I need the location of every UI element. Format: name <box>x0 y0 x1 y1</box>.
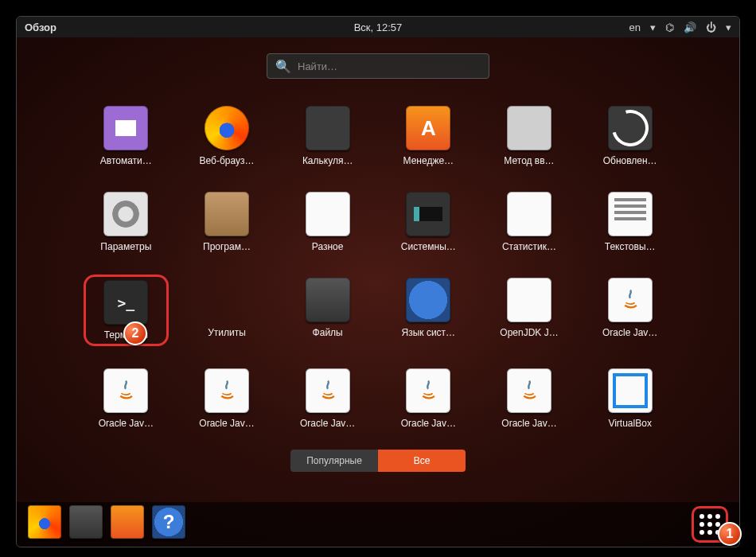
app-text-editor-icon <box>608 192 653 236</box>
app-text-editor[interactable]: Текстовы… <box>587 189 672 255</box>
system-tray[interactable]: en ▾ ⌬ 🔊 ⏻ ▾ <box>629 21 731 33</box>
power-icon[interactable]: ⏻ <box>706 21 716 33</box>
folder-misc-icon <box>306 192 350 236</box>
app-oracle-java-5-icon <box>406 368 450 413</box>
app-settings[interactable]: Параметры <box>84 189 169 255</box>
tab-all[interactable]: Все <box>378 450 466 472</box>
app-stats-icon <box>507 192 551 236</box>
dock-firefox[interactable] <box>28 505 61 539</box>
keyboard-layout-indicator[interactable]: en <box>629 21 641 33</box>
activities-button[interactable]: Обзор <box>25 21 57 33</box>
app-label: Oracle Jav… <box>199 418 254 429</box>
search-icon: 🔍 <box>275 59 291 74</box>
app-label: Файлы <box>313 327 343 338</box>
app-oracle-java-2-icon <box>103 368 148 413</box>
app-files-icon <box>306 278 350 322</box>
app-openjdk-icon <box>507 278 551 322</box>
top-bar: Обзор Вск, 12:57 en ▾ ⌬ 🔊 ⏻ ▾ <box>17 17 739 37</box>
dock-help[interactable] <box>152 505 185 539</box>
app-label: OpenJDK J… <box>500 327 558 338</box>
app-virtualbox[interactable]: VirtualBox <box>587 365 672 432</box>
app-label: Разное <box>312 241 344 252</box>
app-label: Веб-брауз… <box>199 155 254 166</box>
app-oracle-java-6-icon <box>507 368 551 413</box>
tab-frequent[interactable]: Популярные <box>290 450 378 472</box>
app-label: Утилиты <box>208 327 246 338</box>
app-oracle-java-1[interactable]: Oracle Jav… <box>587 275 672 346</box>
app-label: Oracle Jav… <box>602 327 657 338</box>
app-oracle-java-1-icon <box>608 278 653 322</box>
app-label: Oracle Jav… <box>300 418 355 429</box>
folder-utilities[interactable]: Утилиты <box>185 275 270 346</box>
app-label: Системны… <box>401 241 456 252</box>
app-language-icon <box>406 278 450 322</box>
app-calculator-icon <box>306 106 350 150</box>
app-label: Параметры <box>100 241 151 252</box>
app-grid: Автомати…Веб-брауз…Калькуля…Менедже…Мето… <box>84 103 672 432</box>
app-label: Менедже… <box>403 155 454 166</box>
app-oracle-java-3-icon <box>205 368 249 413</box>
app-label: Автомати… <box>100 155 152 166</box>
view-toggle: Популярные Все <box>290 450 466 472</box>
app-input-method-icon <box>507 106 551 150</box>
app-language[interactable]: Язык сист… <box>386 275 471 346</box>
folder-misc[interactable]: Разное <box>285 189 370 255</box>
app-oracle-java-5[interactable]: Oracle Jav… <box>386 365 471 432</box>
app-label: Oracle Jav… <box>501 418 556 429</box>
dock-files[interactable] <box>69 505 103 539</box>
app-oracle-java-4[interactable]: Oracle Jav… <box>285 365 370 432</box>
app-software[interactable]: Менедже… <box>386 103 471 169</box>
apps-grid-icon <box>699 514 720 535</box>
app-virtualbox-icon <box>608 368 653 413</box>
chevron-down-icon: ▾ <box>650 21 656 33</box>
folder-utilities-icon <box>205 278 249 322</box>
search-input[interactable] <box>298 60 481 72</box>
app-label: Текстовы… <box>605 241 656 252</box>
app-firefox[interactable]: Веб-брауз… <box>185 103 270 169</box>
app-terminal-icon <box>103 280 148 325</box>
app-system-monitor-icon <box>406 192 450 236</box>
annotation-badge-1: 1 <box>718 522 742 546</box>
app-label: Oracle Jav… <box>401 418 456 429</box>
app-label: Метод вв… <box>504 155 554 166</box>
app-system-monitor[interactable]: Системны… <box>386 189 471 255</box>
app-label: Статистик… <box>502 241 556 252</box>
app-software-props[interactable]: Програм… <box>185 189 270 255</box>
dock <box>17 502 739 547</box>
app-oracle-java-6[interactable]: Oracle Jav… <box>487 365 572 432</box>
network-icon[interactable]: ⌬ <box>665 21 674 33</box>
app-autostart-icon <box>103 106 148 150</box>
annotation-badge-2: 2 <box>123 321 147 345</box>
app-oracle-java-2[interactable]: Oracle Jav… <box>84 365 169 432</box>
app-software-icon <box>406 106 450 150</box>
app-calculator[interactable]: Калькуля… <box>285 103 370 169</box>
app-firefox-icon <box>205 106 249 150</box>
app-label: Калькуля… <box>302 155 353 166</box>
app-label: VirtualBox <box>608 418 651 429</box>
app-autostart[interactable]: Автомати… <box>84 103 169 169</box>
desktop-frame: Обзор Вск, 12:57 en ▾ ⌬ 🔊 ⏻ ▾ 🔍 Автомати… <box>16 16 740 547</box>
app-updates-icon <box>608 106 653 150</box>
app-settings-icon <box>103 192 148 236</box>
app-updates[interactable]: Обновлен… <box>587 103 672 169</box>
volume-icon[interactable]: 🔊 <box>684 21 696 33</box>
app-label: Язык сист… <box>402 327 456 338</box>
dock-software[interactable] <box>111 505 144 539</box>
app-label: Програм… <box>203 241 251 252</box>
app-label: Oracle Jav… <box>99 418 154 429</box>
app-files[interactable]: Файлы <box>285 275 370 346</box>
search-field[interactable]: 🔍 <box>267 53 489 79</box>
app-oracle-java-3[interactable]: Oracle Jav… <box>185 365 270 432</box>
app-stats[interactable]: Статистик… <box>487 189 572 255</box>
app-label: Обновлен… <box>603 155 657 166</box>
app-input-method[interactable]: Метод вв… <box>487 103 572 169</box>
app-software-props-icon <box>205 192 249 236</box>
app-oracle-java-4-icon <box>306 368 350 413</box>
app-openjdk[interactable]: OpenJDK J… <box>487 275 572 346</box>
chevron-down-icon: ▾ <box>726 21 731 33</box>
